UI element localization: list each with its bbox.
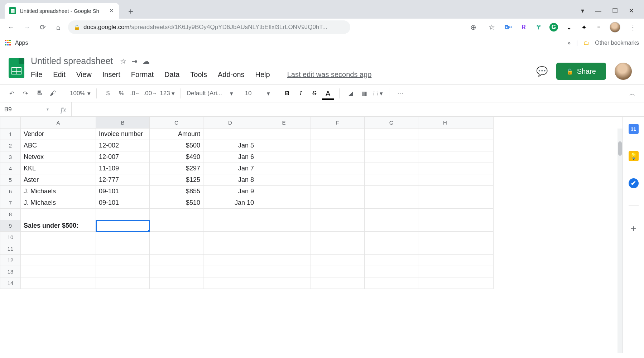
cell-H13[interactable] <box>418 266 472 277</box>
home-button[interactable]: ⌂ <box>52 21 64 33</box>
cell-D9[interactable] <box>203 220 257 232</box>
formula-input[interactable] <box>71 102 644 116</box>
cell-A12[interactable] <box>21 255 96 266</box>
cell-D7[interactable]: Jan 10 <box>203 197 257 209</box>
cell-A7[interactable]: J. Michaels <box>21 197 96 209</box>
cell-F5[interactable] <box>311 174 365 186</box>
row-header-9[interactable]: 9 <box>0 220 21 232</box>
cell-D14[interactable] <box>203 277 257 289</box>
cell-E9[interactable] <box>257 220 311 232</box>
menu-help[interactable]: Help <box>255 71 270 79</box>
cell-C7[interactable]: $510 <box>150 197 203 209</box>
cell-H7[interactable] <box>418 197 472 209</box>
cell-B13[interactable] <box>96 266 150 277</box>
browser-profile-avatar[interactable] <box>610 22 620 33</box>
borders-button[interactable]: ▦ <box>359 88 370 99</box>
extensions-puzzle-icon[interactable]: ✦ <box>580 23 588 32</box>
cell-D2[interactable]: Jan 5 <box>203 140 257 151</box>
cell-A6[interactable]: J. Michaels <box>21 186 96 197</box>
cell-C12[interactable] <box>150 255 203 266</box>
bookmark-star-icon[interactable]: ☆ <box>486 21 498 33</box>
cell-B1[interactable]: Invoice number <box>96 129 150 140</box>
cell-A3[interactable]: Netvox <box>21 151 96 163</box>
menu-data[interactable]: Data <box>164 71 179 79</box>
column-header-D[interactable]: D <box>203 117 257 129</box>
back-button[interactable]: ← <box>5 21 17 33</box>
cell-B3[interactable]: 12-007 <box>96 151 150 163</box>
cell-H4[interactable] <box>418 163 472 174</box>
forward-button[interactable]: → <box>21 21 33 33</box>
cell-overflow[interactable] <box>472 220 494 232</box>
zoom-icon[interactable]: ⊕ <box>467 21 479 33</box>
cell-H14[interactable] <box>418 277 472 289</box>
move-icon[interactable]: ⇥ <box>131 57 138 66</box>
cell-overflow[interactable] <box>472 151 494 163</box>
cell-D5[interactable]: Jan 8 <box>203 174 257 186</box>
cell-overflow[interactable] <box>472 174 494 186</box>
cell-E14[interactable] <box>257 277 311 289</box>
cell-A13[interactable] <box>21 266 96 277</box>
cell-F13[interactable] <box>311 266 365 277</box>
row-header-5[interactable]: 5 <box>0 174 21 186</box>
row-header-3[interactable]: 3 <box>0 151 21 163</box>
row-header-2[interactable]: 2 <box>0 140 21 151</box>
cell-G3[interactable] <box>365 151 418 163</box>
tasks-icon[interactable]: ✔ <box>629 178 639 188</box>
cell-overflow[interactable] <box>472 232 494 243</box>
redo-button[interactable]: ↷ <box>20 88 31 99</box>
cell-B14[interactable] <box>96 277 150 289</box>
cell-overflow[interactable] <box>472 140 494 151</box>
cell-D11[interactable] <box>203 243 257 255</box>
cell-C2[interactable]: $500 <box>150 140 203 151</box>
cell-F9[interactable] <box>311 220 365 232</box>
cell-B10[interactable] <box>96 232 150 243</box>
cell-E12[interactable] <box>257 255 311 266</box>
cell-E3[interactable] <box>257 151 311 163</box>
menu-view[interactable]: View <box>76 71 92 79</box>
cell-F14[interactable] <box>311 277 365 289</box>
row-header-12[interactable]: 12 <box>0 255 21 266</box>
cell-C6[interactable]: $855 <box>150 186 203 197</box>
extension-icon-g[interactable]: G <box>549 23 558 32</box>
cell-A2[interactable]: ABC <box>21 140 96 151</box>
column-header-H[interactable]: H <box>418 117 472 129</box>
document-title[interactable]: Untitled spreadsheet <box>29 55 114 67</box>
collapse-toolbar-button[interactable]: ︿ <box>627 88 638 99</box>
row-header-14[interactable]: 14 <box>0 277 21 289</box>
cell-overflow[interactable] <box>472 186 494 197</box>
cell-F10[interactable] <box>311 232 365 243</box>
cell-overflow[interactable] <box>472 197 494 209</box>
cell-C13[interactable] <box>150 266 203 277</box>
cell-B5[interactable]: 12-777 <box>96 174 150 186</box>
cell-B9[interactable] <box>96 220 150 232</box>
cell-A8[interactable] <box>21 209 96 220</box>
cell-B8[interactable] <box>96 209 150 220</box>
italic-button[interactable]: I <box>295 88 306 99</box>
other-bookmarks-label[interactable]: Other bookmarks <box>595 40 639 46</box>
cell-E7[interactable] <box>257 197 311 209</box>
name-box[interactable]: B9 ▼ <box>0 106 54 113</box>
menu-edit[interactable]: Edit <box>53 71 65 79</box>
cell-H3[interactable] <box>418 151 472 163</box>
cell-F6[interactable] <box>311 186 365 197</box>
cell-G6[interactable] <box>365 186 418 197</box>
cell-G1[interactable] <box>365 129 418 140</box>
cell-A9[interactable]: Sales under $500: <box>21 220 96 232</box>
browser-tab[interactable]: ▦ Untitled spreadsheet - Google Sh ✕ <box>5 3 119 19</box>
cell-B4[interactable]: 11-109 <box>96 163 150 174</box>
close-window-icon[interactable]: ✕ <box>629 7 634 15</box>
text-color-button[interactable]: A <box>323 88 333 99</box>
address-bar[interactable]: 🔒 docs.google.com/spreadsheets/d/1K6Jy9B… <box>68 20 350 34</box>
cell-A1[interactable]: Vendor <box>21 129 96 140</box>
cell-F11[interactable] <box>311 243 365 255</box>
cloud-status-icon[interactable]: ☁ <box>143 57 150 66</box>
cell-E5[interactable] <box>257 174 311 186</box>
extension-icon-r[interactable]: R <box>519 23 528 32</box>
keep-icon[interactable]: 💡 <box>629 151 639 161</box>
cell-F7[interactable] <box>311 197 365 209</box>
format-currency-button[interactable]: $ <box>102 88 113 99</box>
cell-E10[interactable] <box>257 232 311 243</box>
cell-F12[interactable] <box>311 255 365 266</box>
cell-overflow[interactable] <box>472 255 494 266</box>
menu-tools[interactable]: Tools <box>190 71 207 79</box>
